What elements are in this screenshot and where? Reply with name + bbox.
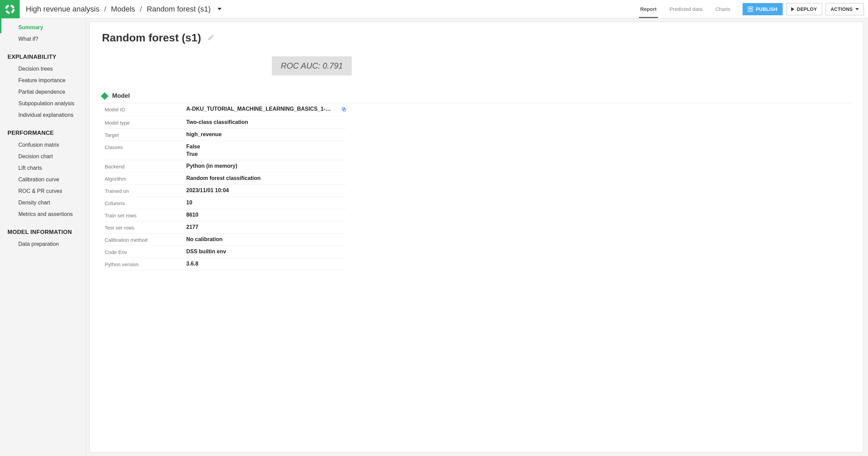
breadcrumb-separator: / xyxy=(140,5,142,14)
table-row: Python version3.6.8 xyxy=(102,258,347,270)
sidebar-item[interactable]: Individual explanations xyxy=(0,109,86,121)
table-row: Code EnvDSS builtin env xyxy=(102,246,347,258)
sidebar-item[interactable]: Confusion matrix xyxy=(0,139,86,151)
metric-box: ROC AUC: 0.791 xyxy=(272,56,352,75)
sidebar-item[interactable]: Subpopulation analysis xyxy=(0,98,86,109)
table-row: AlgorithmRandom forest classification xyxy=(102,172,347,185)
row-key: Model type xyxy=(102,119,186,126)
row-key: Trained on xyxy=(102,187,186,194)
header-tabs: Report Predicted data Charts xyxy=(639,0,732,18)
content-panel: Random forest (s1) ROC AUC: 0.791 Model … xyxy=(89,22,863,453)
sidebar-item[interactable]: Decision trees xyxy=(0,63,86,75)
header: High revenue analysis / Models / Random … xyxy=(0,0,868,18)
metric-value: 0.791 xyxy=(323,61,343,70)
table-row: Test set rows2177 xyxy=(102,221,347,234)
row-value: 2023/11/01 10:04 xyxy=(186,187,347,194)
table-row: Calibration methodNo calibration xyxy=(102,234,347,246)
row-value: A-DKU_TUTORIAL_MACHINE_LEARNING_BASICS_1… xyxy=(186,106,347,113)
deploy-button[interactable]: DEPLOY xyxy=(786,3,822,15)
svg-rect-1 xyxy=(748,7,753,12)
actions-button[interactable]: ACTIONS xyxy=(826,3,864,15)
play-icon xyxy=(791,7,794,11)
chevron-down-icon xyxy=(855,8,859,10)
row-value: 8610 xyxy=(186,212,347,218)
sidebar-item[interactable]: Lift charts xyxy=(0,162,86,174)
row-value: Two-class classification xyxy=(186,119,347,125)
table-row: Train set rows8610 xyxy=(102,209,347,221)
row-value: 10 xyxy=(186,200,347,206)
breadcrumb-item[interactable]: Models xyxy=(111,5,135,14)
row-value: Random forest classification xyxy=(186,175,347,181)
section-title: Model xyxy=(112,92,130,99)
row-value: 3.6.8 xyxy=(186,261,347,267)
breadcrumb-item-current[interactable]: Random forest (s1) xyxy=(147,5,211,14)
row-key: Classes xyxy=(102,144,186,150)
row-value: FalseTrue xyxy=(186,144,347,157)
main-area: Random forest (s1) ROC AUC: 0.791 Model … xyxy=(86,18,868,456)
row-key: Model ID xyxy=(102,106,186,112)
table-row: BackendPython (in memory) xyxy=(102,160,347,172)
sidebar-item[interactable]: ROC & PR curves xyxy=(0,185,86,197)
table-row: Columns10 xyxy=(102,197,347,209)
tab-report[interactable]: Report xyxy=(639,0,658,18)
row-key: Algorithm xyxy=(102,175,186,182)
row-value: No calibration xyxy=(186,236,347,242)
sidebar-item[interactable]: Density chart xyxy=(0,197,86,208)
breadcrumb-item[interactable]: High revenue analysis xyxy=(26,5,99,14)
row-key: Columns xyxy=(102,200,186,206)
copy-icon[interactable] xyxy=(341,107,347,113)
publish-icon xyxy=(748,6,753,12)
chevron-down-icon[interactable] xyxy=(218,8,222,10)
row-key: Target xyxy=(102,131,186,138)
section-head-model[interactable]: Model xyxy=(102,89,851,103)
table-row: ClassesFalseTrue xyxy=(102,141,347,160)
table-row: Targethigh_revenue xyxy=(102,129,347,141)
row-key: Test set rows xyxy=(102,224,186,231)
sidebar-item[interactable]: Feature importance xyxy=(0,75,86,86)
row-value: high_revenue xyxy=(186,131,347,138)
sidebar-group-title: MODEL INFORMATION xyxy=(0,220,86,238)
row-value: DSS builtin env xyxy=(186,249,347,255)
row-key: Backend xyxy=(102,163,186,169)
svg-point-0 xyxy=(6,5,14,13)
model-table: Model IDA-DKU_TUTORIAL_MACHINE_LEARNING_… xyxy=(102,103,347,270)
sidebar-item[interactable]: Partial dependence xyxy=(0,86,86,98)
diamond-icon xyxy=(101,92,109,100)
row-key: Train set rows xyxy=(102,212,186,218)
row-value: 2177 xyxy=(186,224,347,230)
sidebar-group-title: EXPLAINABILITY xyxy=(0,45,86,63)
table-row: Model typeTwo-class classification xyxy=(102,116,347,129)
logo-icon xyxy=(5,4,15,14)
sidebar: SummaryWhat if?EXPLAINABILITYDecision tr… xyxy=(0,18,86,456)
sidebar-group-title: PERFORMANCE xyxy=(0,121,86,139)
publish-button[interactable]: PUBLISH xyxy=(743,3,783,15)
row-key: Calibration method xyxy=(102,236,186,243)
sidebar-item[interactable]: What if? xyxy=(0,33,86,45)
tab-charts[interactable]: Charts xyxy=(714,0,732,18)
row-value: Python (in memory) xyxy=(186,163,347,169)
metric-label: ROC AUC: xyxy=(281,61,320,70)
svg-rect-3 xyxy=(749,10,750,11)
table-row: Trained on2023/11/01 10:04 xyxy=(102,185,347,197)
page-title: Random forest (s1) xyxy=(102,32,201,44)
logo[interactable] xyxy=(0,0,20,18)
row-key: Code Env xyxy=(102,249,186,255)
svg-rect-4 xyxy=(751,10,752,11)
breadcrumb: High revenue analysis / Models / Random … xyxy=(20,5,222,14)
sidebar-item[interactable]: Calibration curve xyxy=(0,174,86,185)
svg-rect-2 xyxy=(749,8,752,9)
sidebar-item[interactable]: Decision chart xyxy=(0,151,86,162)
tab-predicted-data[interactable]: Predicted data xyxy=(668,0,704,18)
table-row: Model IDA-DKU_TUTORIAL_MACHINE_LEARNING_… xyxy=(102,103,347,116)
sidebar-item[interactable]: Metrics and assertions xyxy=(0,208,86,220)
breadcrumb-separator: / xyxy=(104,5,106,14)
edit-icon[interactable] xyxy=(207,34,215,42)
sidebar-item[interactable]: Summary xyxy=(0,18,86,33)
sidebar-item[interactable]: Data preparation xyxy=(0,238,86,250)
row-key: Python version xyxy=(102,261,186,267)
